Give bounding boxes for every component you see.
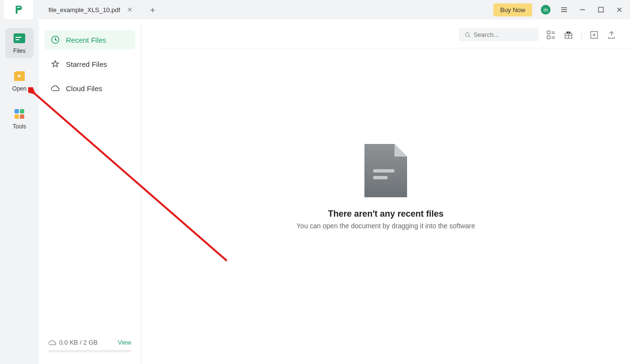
cloud-icon xyxy=(50,83,60,93)
storage-progress-bar xyxy=(48,350,131,352)
category-starred-label: Starred Files xyxy=(66,60,107,68)
category-starred-files[interactable]: Starred Files xyxy=(45,54,135,74)
empty-state: There aren't any recent files You can op… xyxy=(142,48,630,364)
category-recent-label: Recent Files xyxy=(66,36,106,44)
nav-files-label: Files xyxy=(13,47,25,54)
storage-footer: 0.0 KB / 2 GB View xyxy=(45,332,135,364)
svg-point-10 xyxy=(466,32,470,36)
svg-rect-0 xyxy=(17,7,20,8)
content-area: There aren't any recent files You can op… xyxy=(142,19,630,364)
svg-rect-16 xyxy=(373,176,388,179)
content-toolbar xyxy=(157,19,630,48)
category-cloud-files[interactable]: Cloud Files xyxy=(45,79,135,98)
svg-rect-5 xyxy=(15,109,19,113)
nav-tools-label: Tools xyxy=(13,123,26,130)
upload-icon[interactable] xyxy=(607,30,616,40)
svg-rect-2 xyxy=(14,33,25,43)
empty-document-icon xyxy=(364,144,407,197)
svg-rect-11 xyxy=(547,31,550,34)
sidebar-narrow: Files Open Tools xyxy=(0,19,39,364)
close-window-button[interactable] xyxy=(614,5,624,15)
gift-icon[interactable] xyxy=(564,30,573,40)
category-recent-files[interactable]: Recent Files xyxy=(45,30,135,49)
svg-rect-6 xyxy=(20,109,24,113)
maximize-button[interactable] xyxy=(596,5,606,15)
user-avatar[interactable]: m xyxy=(541,5,551,15)
nav-open[interactable]: Open xyxy=(5,66,33,96)
storage-view-link[interactable]: View xyxy=(118,339,131,346)
star-icon xyxy=(50,59,60,69)
app-logo-icon xyxy=(13,4,24,15)
view-grid-icon[interactable] xyxy=(546,30,556,40)
nav-files[interactable]: Files xyxy=(5,28,33,58)
sidebar-categories: Recent Files Starred Files Cloud Files 0… xyxy=(39,19,142,364)
files-icon xyxy=(13,32,26,45)
svg-rect-8 xyxy=(20,114,24,119)
svg-rect-12 xyxy=(547,36,550,39)
tools-icon xyxy=(13,108,26,120)
nav-open-label: Open xyxy=(12,85,26,92)
tab-close-icon[interactable]: ✕ xyxy=(127,6,133,14)
clock-icon xyxy=(50,35,60,45)
tab-title: file_example_XLS_10.pdf xyxy=(48,6,120,14)
svg-rect-1 xyxy=(598,7,603,12)
svg-rect-7 xyxy=(15,114,19,119)
titlebar: file_example_XLS_10.pdf ✕ ＋ Buy Now m xyxy=(0,0,630,19)
minimize-button[interactable] xyxy=(578,5,587,15)
svg-rect-3 xyxy=(16,37,21,38)
new-tab-button[interactable]: ＋ xyxy=(148,4,157,16)
storage-text: 0.0 KB / 2 GB xyxy=(59,339,98,346)
cloud-small-icon xyxy=(48,339,56,346)
svg-rect-15 xyxy=(373,169,394,173)
new-file-icon[interactable] xyxy=(589,30,599,40)
svg-rect-4 xyxy=(16,39,19,40)
menu-icon[interactable] xyxy=(559,5,569,15)
search-icon xyxy=(465,32,471,38)
search-input[interactable] xyxy=(473,31,533,38)
empty-title: There aren't any recent files xyxy=(328,209,443,219)
category-cloud-label: Cloud Files xyxy=(66,84,102,93)
active-tab[interactable]: file_example_XLS_10.pdf ✕ xyxy=(42,0,140,19)
search-box[interactable] xyxy=(459,28,538,41)
empty-subtitle: You can open the document by dragging it… xyxy=(297,222,475,230)
nav-tools[interactable]: Tools xyxy=(5,104,33,134)
app-logo[interactable] xyxy=(4,0,33,19)
buy-now-button[interactable]: Buy Now xyxy=(493,3,532,16)
toolbar-separator xyxy=(581,31,582,39)
open-icon xyxy=(13,70,26,82)
